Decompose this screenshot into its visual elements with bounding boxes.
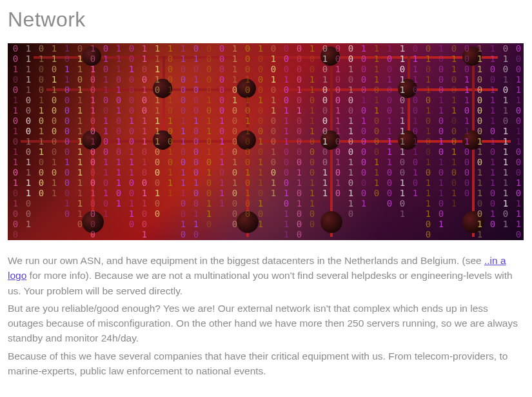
binary-column: 001000111001010 xyxy=(333,43,343,240)
binary-column: 000111011100000 xyxy=(462,43,472,240)
binary-column: 01011010100101111001 xyxy=(423,43,433,240)
paragraph-2: But are you reliable/good enough? Yes we… xyxy=(8,301,524,346)
binary-column: 111101000001010000 xyxy=(230,43,240,240)
binary-column: 100001100101011001 xyxy=(436,43,446,240)
binary-column: 11110111110000100 xyxy=(152,43,163,240)
binary-column: 111110000101111001 xyxy=(23,43,34,240)
binary-column: 100110111000011100 xyxy=(307,43,317,240)
binary-column: 1001000111110000 xyxy=(384,43,395,240)
binary-column: 011100010110101 xyxy=(410,43,420,240)
binary-column: 0000000101110111 xyxy=(217,43,227,240)
binary-column: 110110000001011 xyxy=(49,43,59,240)
page-title: Network xyxy=(8,8,524,32)
binary-column: 110011110101110010 xyxy=(488,43,498,240)
binary-column: 1010011001000010000 xyxy=(88,43,98,240)
binary-column: 100011010010111 xyxy=(165,43,175,240)
binary-column: 0101000100000100110 xyxy=(191,43,201,240)
paragraph-1: We run our own ASN, and have equipment i… xyxy=(8,253,524,298)
binary-column: 10110000000100010 xyxy=(62,43,72,240)
binary-column: 0000101000001101000 xyxy=(294,43,304,240)
binary-column: 100001000101110101 xyxy=(255,43,266,240)
binary-column: 0001001111000010111 xyxy=(281,43,291,240)
binary-column: 111101100001110 xyxy=(371,43,382,240)
text-run: for more info). Because we are not a mul… xyxy=(8,270,513,296)
binary-column: 0010011010110101000 xyxy=(10,43,21,240)
body-copy: We run our own ASN, and have equipment i… xyxy=(8,253,524,378)
binary-column: 010101100010011 xyxy=(268,43,279,240)
binary-column: 00101001100110110 xyxy=(346,43,356,240)
hero-image: 0010011010110101000111110000101111001010… xyxy=(8,43,524,240)
binary-column: 1100100111010011001 xyxy=(139,43,150,240)
binary-column: 010100000100111 xyxy=(320,43,330,240)
binary-column: 1110101001011101 xyxy=(113,43,124,240)
paragraph-3: Because of this we have several companie… xyxy=(8,349,524,379)
binary-column: 001000010011100110 xyxy=(126,43,137,240)
binary-column: 1000010100000001 xyxy=(359,43,369,240)
binary-column: 11011011111001101 xyxy=(397,43,408,240)
binary-column: 11100000011011100111 xyxy=(475,43,485,240)
binary-column: 0110011000110011 xyxy=(449,43,459,240)
binary-column: 010001101110000 xyxy=(36,43,46,240)
binary-column: 00011100110001011101 xyxy=(513,43,524,240)
binary-column: 010101101111111101 xyxy=(500,43,511,240)
text-run: We run our own ASN, and have equipment i… xyxy=(8,255,484,266)
binary-column: 00010101100010100 xyxy=(242,43,253,240)
binary-column: 011011111111111110 xyxy=(75,43,85,240)
binary-column: 01011001100110101 xyxy=(101,43,111,240)
binary-column: 11000001110011100101 xyxy=(178,43,188,240)
binary-column: 000001011010100110 xyxy=(204,43,214,240)
